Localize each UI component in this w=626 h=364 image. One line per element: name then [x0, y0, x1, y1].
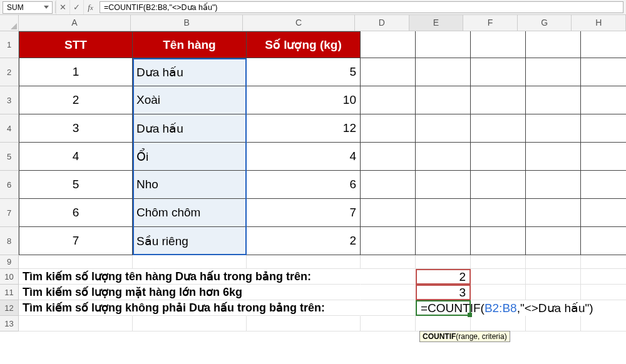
- cell-D2[interactable]: [361, 58, 416, 86]
- cell-C1[interactable]: Số lượng (kg): [247, 31, 361, 58]
- cell-G1[interactable]: [526, 31, 581, 58]
- row-header-6[interactable]: 6: [0, 171, 19, 199]
- cell-B2[interactable]: Dưa hấu: [133, 58, 247, 86]
- cell-F5[interactable]: [471, 143, 526, 171]
- row-header-2[interactable]: 2: [0, 58, 19, 86]
- cell-C2[interactable]: 5: [247, 58, 361, 86]
- cell-H3[interactable]: [581, 86, 626, 114]
- cell-D1[interactable]: [361, 31, 416, 58]
- cell-F11[interactable]: [471, 285, 526, 300]
- cell-H11[interactable]: [581, 285, 626, 300]
- column-header-A[interactable]: A: [19, 15, 131, 31]
- cell-F13[interactable]: [471, 316, 526, 331]
- insert-function-icon[interactable]: fx: [83, 0, 97, 14]
- column-header-H[interactable]: H: [572, 15, 626, 31]
- cell-H10[interactable]: [581, 269, 626, 285]
- cell-B8[interactable]: Sầu riêng: [133, 227, 247, 255]
- cell-A1[interactable]: STT: [19, 31, 133, 58]
- cell-D10[interactable]: [361, 269, 416, 285]
- cell-H6[interactable]: [581, 171, 626, 199]
- cell-C8[interactable]: 2: [247, 227, 361, 255]
- row-header-3[interactable]: 3: [0, 86, 19, 114]
- cell-B6[interactable]: Nho: [133, 171, 247, 199]
- cell-H8[interactable]: [581, 227, 626, 255]
- cell-B4[interactable]: Dưa hấu: [133, 114, 247, 143]
- cell-B10[interactable]: [133, 269, 247, 285]
- formula-input[interactable]: =COUNTIF(B2:B8,"<>Dưa hấu"): [100, 1, 623, 13]
- column-header-B[interactable]: B: [131, 15, 243, 31]
- cell-C3[interactable]: 10: [247, 86, 361, 114]
- cell-D7[interactable]: [361, 199, 416, 227]
- cell-G4[interactable]: [526, 114, 581, 143]
- cell-G5[interactable]: [526, 143, 581, 171]
- row-header-13[interactable]: 13: [0, 316, 19, 331]
- cell-C13[interactable]: [247, 316, 361, 331]
- cell-H4[interactable]: [581, 114, 626, 143]
- row-header-7[interactable]: 7: [0, 199, 19, 227]
- cell-D6[interactable]: [361, 171, 416, 199]
- cell-A6[interactable]: 5: [19, 171, 133, 199]
- cell-D3[interactable]: [361, 86, 416, 114]
- cancel-icon[interactable]: ✕: [56, 0, 69, 14]
- cell-G11[interactable]: [526, 285, 581, 300]
- column-header-G[interactable]: G: [518, 15, 572, 31]
- cell-C12[interactable]: [247, 300, 361, 316]
- cell-H13[interactable]: [581, 316, 626, 331]
- cell-F1[interactable]: [471, 31, 526, 58]
- cell-B5[interactable]: Ổi: [133, 143, 247, 171]
- column-header-D[interactable]: D: [355, 15, 409, 31]
- cell-B11[interactable]: [133, 285, 247, 300]
- cell-A3[interactable]: 2: [19, 86, 133, 114]
- cell-A10[interactable]: Tìm kiếm số lượng tên hàng Dưa hấu trong…: [19, 269, 133, 285]
- cell-A7[interactable]: 6: [19, 199, 133, 227]
- cell-B1[interactable]: Tên hàng: [133, 31, 247, 58]
- cell-G3[interactable]: [526, 86, 581, 114]
- select-all-corner[interactable]: [0, 15, 19, 31]
- column-header-F[interactable]: F: [463, 15, 518, 31]
- cell-D13[interactable]: [361, 316, 416, 331]
- cell-C9[interactable]: [247, 255, 361, 269]
- cell-E4[interactable]: [416, 114, 471, 143]
- fill-handle[interactable]: [468, 313, 472, 317]
- cell-E2[interactable]: [416, 58, 471, 86]
- cell-E7[interactable]: [416, 199, 471, 227]
- cell-D12[interactable]: [361, 300, 416, 316]
- name-box[interactable]: SUM: [3, 1, 53, 14]
- cell-H9[interactable]: [581, 255, 626, 269]
- cell-H1[interactable]: [581, 31, 626, 58]
- row-header-4[interactable]: 4: [0, 114, 19, 143]
- row-header-12[interactable]: 12: [0, 300, 19, 316]
- cell-H2[interactable]: [581, 58, 626, 86]
- cell-F4[interactable]: [471, 114, 526, 143]
- cell-E5[interactable]: [416, 143, 471, 171]
- cell-E1[interactable]: [416, 31, 471, 58]
- cell-G9[interactable]: [526, 255, 581, 269]
- cell-C6[interactable]: 6: [247, 171, 361, 199]
- cell-B9[interactable]: [133, 255, 247, 269]
- cell-E8[interactable]: [416, 227, 471, 255]
- cell-E13[interactable]: [416, 316, 471, 331]
- cell-A4[interactable]: 3: [19, 114, 133, 143]
- cell-A13[interactable]: [19, 316, 133, 331]
- cell-B7[interactable]: Chôm chôm: [133, 199, 247, 227]
- cell-F8[interactable]: [471, 227, 526, 255]
- cell-A5[interactable]: 4: [19, 143, 133, 171]
- column-header-C[interactable]: C: [243, 15, 355, 31]
- cell-E6[interactable]: [416, 171, 471, 199]
- cell-C4[interactable]: 12: [247, 114, 361, 143]
- row-header-9[interactable]: 9: [0, 255, 19, 269]
- row-header-11[interactable]: 11: [0, 285, 19, 300]
- cell-B3[interactable]: Xoài: [133, 86, 247, 114]
- enter-icon[interactable]: ✓: [69, 0, 83, 14]
- row-header-5[interactable]: 5: [0, 143, 19, 171]
- cell-H7[interactable]: [581, 199, 626, 227]
- cell-G8[interactable]: [526, 227, 581, 255]
- row-header-10[interactable]: 10: [0, 269, 19, 285]
- cell-A9[interactable]: [19, 255, 133, 269]
- cell-D5[interactable]: [361, 143, 416, 171]
- cell-F10[interactable]: [471, 269, 526, 285]
- cell-F3[interactable]: [471, 86, 526, 114]
- name-box-dropdown-icon[interactable]: [42, 3, 51, 12]
- cell-B12[interactable]: [133, 300, 247, 316]
- cell-G2[interactable]: [526, 58, 581, 86]
